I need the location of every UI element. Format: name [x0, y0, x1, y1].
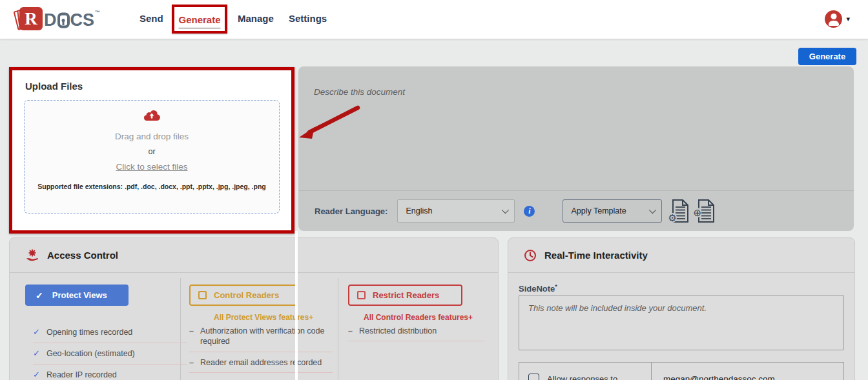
upload-files-title: Upload Files [25, 81, 83, 92]
feature-text: Authorization with verification code req… [200, 326, 333, 347]
template-value: Apply Template [571, 206, 626, 215]
drag-drop-text: Drag and drop files [25, 132, 279, 141]
column-divider [338, 278, 338, 380]
feature-text: Reader IP recorded [46, 370, 117, 380]
screenshot-artifact-line [295, 231, 298, 380]
allow-responses-label: Allow responses to [547, 374, 617, 380]
nav-item-manage[interactable]: Manage [238, 13, 274, 24]
control-readers-label: Control Readers [214, 290, 279, 300]
required-asterisk: * [555, 283, 557, 290]
nav-item-generate[interactable]: Generate [178, 14, 220, 28]
form-footer-row: Reader Language: English i Apply Templat… [298, 190, 854, 231]
sidenote-label-text: SideNote [519, 284, 555, 294]
clock-icon [524, 249, 537, 262]
gear-icon: ⚙ [668, 213, 676, 223]
annotation-box-generate: Generate [172, 5, 227, 34]
list-item: ✓ Reader IP recorded [33, 365, 187, 380]
check-icon: ✓ [33, 348, 40, 359]
logo-r-icon: R [19, 7, 43, 30]
info-icon[interactable]: i [524, 206, 535, 217]
restrict-readers-button[interactable]: Restrict Readers [348, 285, 462, 306]
feature-text: Reader email addresses recorded [200, 357, 322, 368]
caret-down-icon: ▾ [846, 15, 850, 23]
topbar: R D CS ™ Send Generate Manage Settings ▾ [0, 0, 868, 39]
feature-text: Geo-location (estimated) [46, 348, 135, 359]
plus-circle-icon: ⊕ [693, 208, 701, 217]
allow-responses-checkbox[interactable] [528, 374, 539, 380]
response-email-input[interactable] [652, 363, 843, 380]
realtime-header: Real-Time Interactivity [508, 238, 854, 273]
sidenote-label: SideNote* [519, 283, 557, 294]
realtime-panel: Real-Time Interactivity SideNote* Allow … [508, 237, 855, 380]
nav-item-settings[interactable]: Settings [289, 13, 327, 24]
add-template-button[interactable]: ⊕ [696, 199, 717, 223]
click-to-select-link[interactable]: Click to select files [25, 162, 279, 172]
feature-text: Restricted distribution [359, 326, 437, 336]
list-item: – Reader email addresses recorded [189, 352, 333, 373]
document-form-panel: Describe this document Reader Language: … [298, 66, 854, 231]
user-avatar-icon [825, 10, 842, 28]
allow-responses-box: Allow responses to [519, 362, 844, 380]
chevron-down-icon [502, 206, 509, 214]
lock-icon [57, 12, 70, 28]
cloud-upload-icon [143, 109, 161, 125]
list-item: ✓ Geo-location (estimated) [33, 343, 187, 365]
logo-docs-text: D CS [44, 10, 94, 31]
chevron-down-icon [649, 206, 656, 214]
language-select[interactable]: English [397, 199, 515, 223]
sidenote-textarea[interactable] [519, 295, 844, 350]
allow-responses-cell: Allow responses to [519, 363, 652, 380]
protect-views-label: Protect Views [52, 290, 107, 300]
feature-text: Opening times recorded [46, 327, 132, 337]
check-icon: ✓ [33, 327, 40, 338]
template-select[interactable]: Apply Template [563, 199, 662, 223]
generate-button[interactable]: Generate [798, 48, 856, 65]
file-dropzone[interactable]: Drag and drop files or Click to select f… [24, 100, 280, 214]
logo-letters-cs: CS [70, 10, 95, 31]
check-icon: ✓ [33, 370, 40, 380]
trademark-symbol: ™ [95, 10, 100, 15]
checkbox-icon [357, 291, 366, 299]
dash-icon: – [189, 326, 194, 336]
supported-extensions-text: Supported file extensions: .pdf, .doc, .… [25, 183, 279, 190]
nav-generate-label: Generate [178, 14, 220, 25]
list-item: – Authorization with verification code r… [189, 321, 333, 352]
dash-icon: – [189, 357, 194, 368]
list-item: ✓ Opening times recorded [33, 322, 187, 343]
access-control-header: Access Control [10, 238, 498, 273]
user-menu[interactable]: ▾ [825, 10, 850, 28]
check-icon: ✓ [36, 290, 43, 301]
list-item: – Restrict access by domain [189, 373, 333, 380]
annotation-arrow [294, 94, 371, 148]
restrict-readers-feature-list: – Restricted distribution [348, 321, 484, 341]
protect-views-feature-list: ✓ Opening times recorded ✓ Geo-location … [33, 322, 187, 380]
access-control-title: Access Control [47, 250, 118, 261]
nav-item-send[interactable]: Send [140, 13, 163, 24]
reader-language-label: Reader Language: [315, 206, 388, 216]
access-control-icon [25, 248, 39, 263]
logo-letter-d: D [44, 10, 57, 31]
protect-views-button[interactable]: ✓ Protect Views [25, 285, 129, 306]
upload-files-card: Upload Files Drag and drop files or Clic… [12, 70, 291, 230]
app-root: R D CS ™ Send Generate Manage Settings ▾ [0, 0, 868, 380]
annotation-box-upload: Upload Files Drag and drop files or Clic… [9, 67, 294, 234]
manage-templates-button[interactable]: ⚙ [670, 199, 691, 223]
restrict-readers-label: Restrict Readers [373, 290, 439, 300]
rdocs-logo[interactable]: R D CS ™ [19, 7, 100, 30]
or-text: or [25, 147, 279, 156]
language-value: English [406, 206, 432, 215]
control-readers-feature-list: – Authorization with verification code r… [189, 321, 333, 380]
nav-generate-underline [178, 28, 220, 28]
control-readers-button[interactable]: Control Readers [189, 285, 298, 306]
realtime-title: Real-Time Interactivity [544, 250, 648, 261]
checkbox-icon [198, 291, 207, 299]
access-control-panel: Access Control ✓ Protect Views ✓ Opening… [9, 237, 499, 380]
list-item: – Restricted distribution [348, 321, 484, 341]
dash-icon: – [348, 326, 353, 336]
